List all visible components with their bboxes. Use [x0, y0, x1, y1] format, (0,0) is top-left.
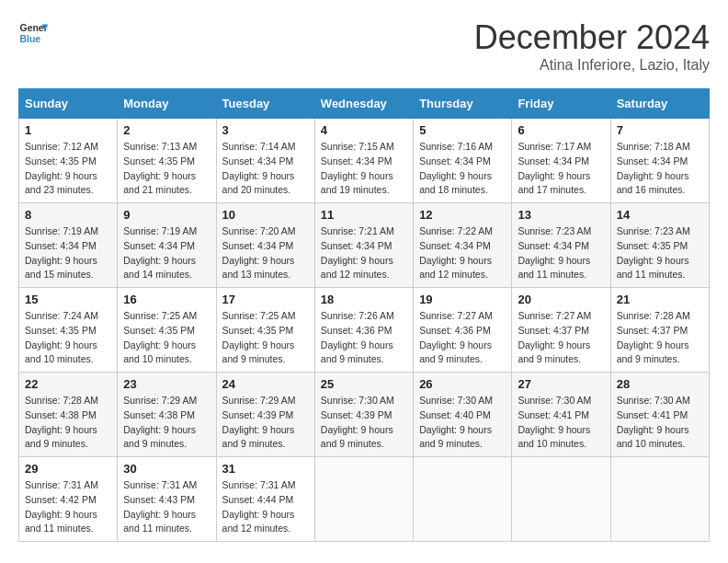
day-info: Sunrise: 7:20 AM Sunset: 4:34 PM Dayligh…: [222, 224, 309, 282]
calendar-cell: 23 Sunrise: 7:29 AM Sunset: 4:38 PM Dayl…: [118, 373, 216, 457]
day-info: Sunrise: 7:28 AM Sunset: 4:37 PM Dayligh…: [617, 309, 703, 367]
day-info: Sunrise: 7:31 AM Sunset: 4:44 PM Dayligh…: [222, 478, 309, 536]
day-info: Sunrise: 7:31 AM Sunset: 4:43 PM Dayligh…: [123, 478, 210, 536]
calendar-cell: [414, 457, 512, 542]
day-number: 22: [25, 377, 111, 391]
header: General Blue December 2024 Atina Inferio…: [18, 18, 710, 74]
col-saturday: Saturday: [610, 89, 709, 119]
day-number: 26: [419, 377, 506, 391]
col-sunday: Sunday: [19, 89, 118, 119]
day-info: Sunrise: 7:22 AM Sunset: 4:34 PM Dayligh…: [419, 224, 506, 282]
day-number: 17: [222, 293, 309, 306]
calendar-cell: 2 Sunrise: 7:13 AM Sunset: 4:35 PM Dayli…: [118, 119, 216, 203]
calendar-cell: 18 Sunrise: 7:26 AM Sunset: 4:36 PM Dayl…: [314, 288, 413, 373]
calendar-cell: 1 Sunrise: 7:12 AM Sunset: 4:35 PM Dayli…: [19, 119, 118, 203]
month-title: December 2024: [474, 18, 710, 57]
calendar-cell: 17 Sunrise: 7:25 AM Sunset: 4:35 PM Dayl…: [216, 288, 314, 373]
day-info: Sunrise: 7:17 AM Sunset: 4:34 PM Dayligh…: [518, 140, 604, 198]
day-info: Sunrise: 7:25 AM Sunset: 4:35 PM Dayligh…: [222, 309, 309, 367]
day-info: Sunrise: 7:30 AM Sunset: 4:41 PM Dayligh…: [518, 394, 604, 452]
calendar-cell: [610, 457, 709, 542]
day-number: 7: [617, 123, 703, 137]
day-number: 29: [25, 462, 111, 476]
day-number: 1: [25, 123, 111, 137]
day-info: Sunrise: 7:29 AM Sunset: 4:39 PM Dayligh…: [222, 394, 309, 452]
day-number: 10: [222, 208, 309, 222]
calendar-cell: 25 Sunrise: 7:30 AM Sunset: 4:39 PM Dayl…: [314, 373, 413, 457]
calendar-cell: 8 Sunrise: 7:19 AM Sunset: 4:34 PM Dayli…: [19, 203, 118, 288]
day-info: Sunrise: 7:23 AM Sunset: 4:34 PM Dayligh…: [518, 224, 604, 282]
calendar-cell: 19 Sunrise: 7:27 AM Sunset: 4:36 PM Dayl…: [414, 288, 512, 373]
calendar-cell: 12 Sunrise: 7:22 AM Sunset: 4:34 PM Dayl…: [414, 203, 512, 288]
calendar-header-row: Sunday Monday Tuesday Wednesday Thursday…: [19, 89, 710, 119]
day-info: Sunrise: 7:24 AM Sunset: 4:35 PM Dayligh…: [25, 309, 111, 367]
day-info: Sunrise: 7:21 AM Sunset: 4:34 PM Dayligh…: [321, 224, 407, 282]
day-number: 5: [419, 123, 506, 137]
day-number: 12: [419, 208, 506, 222]
calendar-cell: 31 Sunrise: 7:31 AM Sunset: 4:44 PM Dayl…: [216, 457, 314, 542]
calendar-cell: 14 Sunrise: 7:23 AM Sunset: 4:35 PM Dayl…: [610, 203, 709, 288]
day-number: 2: [123, 123, 210, 137]
day-number: 8: [25, 208, 111, 222]
day-number: 27: [518, 377, 604, 391]
calendar-cell: [512, 457, 610, 542]
calendar-cell: 4 Sunrise: 7:15 AM Sunset: 4:34 PM Dayli…: [314, 119, 413, 203]
calendar-cell: 22 Sunrise: 7:28 AM Sunset: 4:38 PM Dayl…: [19, 373, 118, 457]
calendar-cell: 11 Sunrise: 7:21 AM Sunset: 4:34 PM Dayl…: [314, 203, 413, 288]
calendar-cell: 9 Sunrise: 7:19 AM Sunset: 4:34 PM Dayli…: [118, 203, 216, 288]
day-info: Sunrise: 7:14 AM Sunset: 4:34 PM Dayligh…: [222, 140, 309, 198]
day-info: Sunrise: 7:18 AM Sunset: 4:34 PM Dayligh…: [617, 140, 703, 198]
day-number: 16: [123, 293, 210, 306]
day-number: 20: [518, 293, 604, 306]
calendar-week-row: 1 Sunrise: 7:12 AM Sunset: 4:35 PM Dayli…: [19, 119, 710, 203]
title-area: December 2024 Atina Inferiore, Lazio, It…: [474, 18, 710, 74]
calendar-cell: 16 Sunrise: 7:25 AM Sunset: 4:35 PM Dayl…: [118, 288, 216, 373]
col-monday: Monday: [118, 89, 216, 119]
col-wednesday: Wednesday: [314, 89, 413, 119]
calendar-week-row: 8 Sunrise: 7:19 AM Sunset: 4:34 PM Dayli…: [19, 203, 710, 288]
day-number: 28: [617, 377, 703, 391]
day-info: Sunrise: 7:12 AM Sunset: 4:35 PM Dayligh…: [25, 140, 111, 198]
day-number: 14: [617, 208, 703, 222]
calendar-cell: 20 Sunrise: 7:27 AM Sunset: 4:37 PM Dayl…: [512, 288, 610, 373]
day-number: 9: [123, 208, 210, 222]
svg-text:Blue: Blue: [20, 34, 41, 44]
logo: General Blue: [18, 18, 48, 48]
day-number: 24: [222, 377, 309, 391]
calendar-cell: [314, 457, 413, 542]
calendar-cell: 27 Sunrise: 7:30 AM Sunset: 4:41 PM Dayl…: [512, 373, 610, 457]
day-info: Sunrise: 7:19 AM Sunset: 4:34 PM Dayligh…: [25, 224, 111, 282]
day-info: Sunrise: 7:16 AM Sunset: 4:34 PM Dayligh…: [419, 140, 506, 198]
calendar-cell: 26 Sunrise: 7:30 AM Sunset: 4:40 PM Dayl…: [414, 373, 512, 457]
day-number: 18: [321, 293, 407, 306]
calendar-cell: 6 Sunrise: 7:17 AM Sunset: 4:34 PM Dayli…: [512, 119, 610, 203]
calendar-cell: 5 Sunrise: 7:16 AM Sunset: 4:34 PM Dayli…: [414, 119, 512, 203]
day-info: Sunrise: 7:27 AM Sunset: 4:37 PM Dayligh…: [518, 309, 604, 367]
calendar-cell: 24 Sunrise: 7:29 AM Sunset: 4:39 PM Dayl…: [216, 373, 314, 457]
calendar-table: Sunday Monday Tuesday Wednesday Thursday…: [18, 88, 710, 542]
day-number: 4: [321, 123, 407, 137]
calendar-week-row: 29 Sunrise: 7:31 AM Sunset: 4:42 PM Dayl…: [19, 457, 710, 542]
day-info: Sunrise: 7:30 AM Sunset: 4:39 PM Dayligh…: [321, 394, 407, 452]
day-number: 23: [123, 377, 210, 391]
calendar-cell: 13 Sunrise: 7:23 AM Sunset: 4:34 PM Dayl…: [512, 203, 610, 288]
day-info: Sunrise: 7:31 AM Sunset: 4:42 PM Dayligh…: [25, 478, 111, 536]
day-number: 30: [123, 462, 210, 476]
day-info: Sunrise: 7:13 AM Sunset: 4:35 PM Dayligh…: [123, 140, 210, 198]
day-info: Sunrise: 7:30 AM Sunset: 4:41 PM Dayligh…: [617, 394, 703, 452]
calendar-cell: 29 Sunrise: 7:31 AM Sunset: 4:42 PM Dayl…: [19, 457, 118, 542]
day-info: Sunrise: 7:27 AM Sunset: 4:36 PM Dayligh…: [419, 309, 506, 367]
day-number: 11: [321, 208, 407, 222]
day-number: 25: [321, 377, 407, 391]
day-number: 31: [222, 462, 309, 476]
day-number: 15: [25, 293, 111, 306]
calendar-cell: 15 Sunrise: 7:24 AM Sunset: 4:35 PM Dayl…: [19, 288, 118, 373]
calendar-week-row: 22 Sunrise: 7:28 AM Sunset: 4:38 PM Dayl…: [19, 373, 710, 457]
day-info: Sunrise: 7:26 AM Sunset: 4:36 PM Dayligh…: [321, 309, 407, 367]
day-info: Sunrise: 7:29 AM Sunset: 4:38 PM Dayligh…: [123, 394, 210, 452]
calendar-week-row: 15 Sunrise: 7:24 AM Sunset: 4:35 PM Dayl…: [19, 288, 710, 373]
calendar-cell: 30 Sunrise: 7:31 AM Sunset: 4:43 PM Dayl…: [118, 457, 216, 542]
location-title: Atina Inferiore, Lazio, Italy: [474, 57, 710, 74]
calendar-cell: 7 Sunrise: 7:18 AM Sunset: 4:34 PM Dayli…: [610, 119, 709, 203]
day-number: 6: [518, 123, 604, 137]
